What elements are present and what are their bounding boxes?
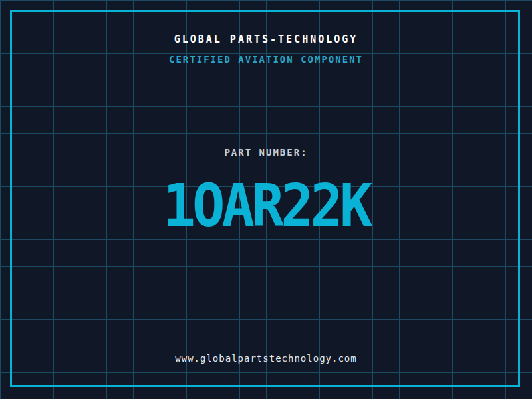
part-number-value: 1OAR22K (0, 172, 532, 240)
part-number-label: PART NUMBER: (0, 147, 532, 158)
certification-subtitle: CERTIFIED AVIATION COMPONENT (0, 54, 532, 65)
website-url: www.globalpartstechnology.com (0, 353, 532, 364)
company-name: GLOBAL PARTS-TECHNOLOGY (0, 33, 532, 45)
part-certificate-card: GLOBAL PARTS-TECHNOLOGY CERTIFIED AVIATI… (0, 0, 532, 399)
